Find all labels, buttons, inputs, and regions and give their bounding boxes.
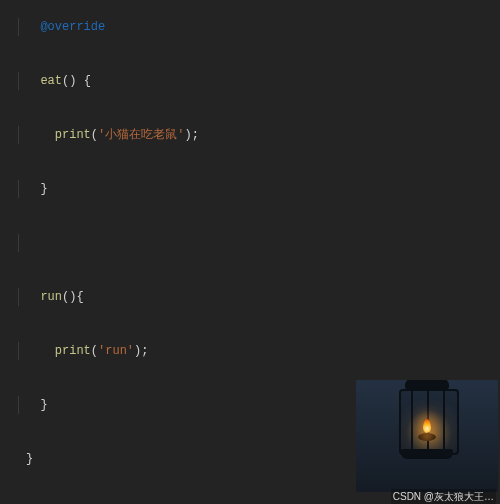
background-image [356, 380, 498, 492]
str-cat-eat: '小猫在吃老鼠' [98, 128, 184, 142]
str-cat-run: 'run' [98, 344, 134, 358]
watermark: CSDN @灰太狼大王… [391, 489, 496, 504]
lantern-icon [387, 385, 467, 465]
